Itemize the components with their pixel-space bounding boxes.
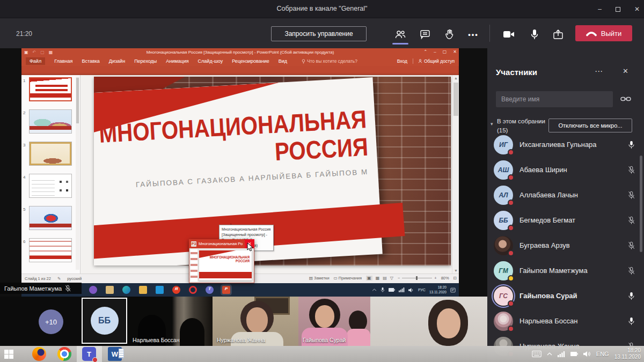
participant-mic-button[interactable] <box>627 241 635 250</box>
panel-close-button[interactable]: ✕ <box>623 67 628 75</box>
participant-mic-button[interactable] <box>627 267 635 275</box>
window-title: Собрание в канале "General" <box>0 5 644 12</box>
close-button[interactable]: ✕ <box>634 6 640 12</box>
chrome-icon[interactable] <box>57 347 71 361</box>
firefox-icon[interactable] <box>32 347 46 361</box>
participant-mic-button[interactable] <box>627 191 635 200</box>
participant-row[interactable]: АШ Абаева Ширин <box>487 157 644 182</box>
chat-toggle-button[interactable] <box>419 28 431 41</box>
mic-toggle-button[interactable] <box>528 28 541 41</box>
participant-mic-button[interactable] <box>627 216 635 225</box>
notification-dot <box>92 357 98 362</box>
participant-mic-button[interactable] <box>627 317 635 326</box>
video-tile[interactable] <box>370 297 487 346</box>
tab-insert: Вставка <box>82 58 99 64</box>
participants-toggle-button[interactable] <box>394 28 407 41</box>
taskbar-preview-popup: P3 Многонациональная Ро... ✕ МНОГОНАЦИОН… <box>189 239 254 283</box>
network-signal-icon[interactable] <box>558 351 565 357</box>
participant-row[interactable]: Нарлыева Боссан <box>487 308 644 334</box>
preview-titlebar: P3 Многонациональная Ро... ✕ <box>189 239 254 248</box>
panel-scrollbar[interactable] <box>640 156 642 252</box>
opera-icon <box>189 286 197 294</box>
video-tile[interactable]: Нарлыева Боссан <box>128 297 213 346</box>
video-tile[interactable]: Нуржанова Жанна <box>213 297 298 346</box>
word-icon[interactable]: W <box>108 347 122 361</box>
participant-row[interactable]: ГС Гайыпова Сурай <box>487 283 644 308</box>
maximize-button[interactable] <box>616 7 620 12</box>
camera-icon <box>502 29 515 40</box>
video-tile-avatar[interactable]: ББ <box>82 298 127 344</box>
quick-access-toolbar: ▣ ↶ ▢ ▦ <box>24 49 53 56</box>
mic-icon <box>530 28 539 40</box>
participant-search-input[interactable] <box>496 91 613 107</box>
participant-mic-button[interactable] <box>627 141 635 149</box>
preview-title: Многонациональная Ро... <box>199 241 243 246</box>
meeting-toolbar: 21:20 Запросить управление ••• Выйти <box>0 18 644 48</box>
participant-name: Ихсангалиева Гульнара <box>519 141 620 149</box>
pp-close-button: ✕ <box>453 49 457 54</box>
presenter-name: Гайыпов Маметжума <box>4 285 62 292</box>
mail-icon <box>156 286 164 294</box>
slide-thumbnail-panel: 1 2 3 4 5 6 <box>21 75 80 274</box>
language-indicator[interactable]: ENG <box>596 351 609 357</box>
camera-toggle-button[interactable] <box>502 28 515 41</box>
participant-row[interactable]: Буграева Арзув <box>487 233 644 258</box>
thumbnail-scrollbar <box>76 77 79 270</box>
window-titlebar: Собрание в канале "General" – ✕ <box>0 0 644 18</box>
volume-icon[interactable] <box>583 351 591 357</box>
participant-name: Нарлыева Боссан <box>519 317 620 325</box>
more-options-button[interactable]: ••• <box>467 28 480 41</box>
share-screen-button[interactable] <box>552 28 565 41</box>
thumbnail-art <box>30 78 71 100</box>
request-control-button[interactable]: Запросить управление <box>271 26 367 41</box>
scroll-down-icon: ▼ <box>452 269 459 272</box>
presence-dot <box>508 174 514 181</box>
video-tile[interactable]: Гайыпова Сурай <box>298 297 370 346</box>
taskbar-clock[interactable]: 18:20 13.11.2020 <box>614 348 641 361</box>
mute-all-button[interactable]: Отключить все микро... <box>548 119 632 132</box>
chevron-up-icon[interactable] <box>547 352 552 356</box>
tab-home: Главная <box>54 58 72 64</box>
participant-name: Гайыпов Маметжума <box>519 267 620 275</box>
sorter-view-icon: ▦ <box>376 276 380 280</box>
overflow-participants-badge[interactable]: +10 <box>39 309 63 334</box>
presence-dot <box>508 300 514 307</box>
participant-name: Аллабаева Лачын <box>519 191 620 199</box>
teams-taskbar-icon[interactable]: T <box>82 347 96 361</box>
panel-more-button[interactable]: ⋯ <box>595 67 603 76</box>
battery-icon[interactable] <box>570 352 578 356</box>
tab-transitions: Переходы <box>134 58 157 64</box>
touch-keyboard-icon[interactable] <box>532 351 541 357</box>
start-button[interactable] <box>4 350 13 359</box>
tab-view: Вид <box>279 58 287 64</box>
slide-number: 1 <box>23 78 25 83</box>
preview-thumbstrip <box>191 249 197 282</box>
slide-number: 5 <box>23 207 25 212</box>
powerpoint-titlebar: ▣ ↶ ▢ ▦ Многонациональная Россия [Защище… <box>21 48 459 56</box>
participant-row[interactable]: ББ Бегмедов Бегмат <box>487 208 644 233</box>
participant-mic-button[interactable] <box>627 166 635 174</box>
participant-row[interactable]: АЛ Аллабаева Лачын <box>487 182 644 208</box>
panel-title: Участники <box>496 68 537 77</box>
tell-me-box: Что вы хотите сделать? <box>302 58 357 64</box>
preview-red-stripe <box>199 272 252 278</box>
window-controls: – ✕ <box>598 0 640 18</box>
scroll-up-icon: ▲ <box>452 76 459 80</box>
spellcheck-icon: ✎ <box>57 276 61 281</box>
slide-thumbnail-3 <box>29 142 72 166</box>
participant-row[interactable]: ИГ Ихсангалиева Гульнара <box>487 132 644 157</box>
chevron-down-icon[interactable]: ▾ <box>491 121 493 127</box>
share-screen-icon <box>552 28 564 40</box>
minimize-button[interactable]: – <box>598 6 602 12</box>
presence-dot <box>508 149 514 156</box>
raised-hand-icon <box>444 28 456 40</box>
tab-design: Дизайн <box>109 58 125 64</box>
copy-link-icon[interactable] <box>620 95 631 102</box>
raise-hand-button[interactable] <box>443 28 456 41</box>
leave-button[interactable]: Выйти <box>575 25 632 41</box>
participant-initials: ГС <box>499 292 508 300</box>
participant-row[interactable]: ГМ Гайыпов Маметжума <box>487 258 644 283</box>
save-icon: ▣ <box>24 50 28 55</box>
share-document-button: Общий доступ <box>413 58 455 64</box>
participant-mic-button[interactable] <box>627 292 635 300</box>
